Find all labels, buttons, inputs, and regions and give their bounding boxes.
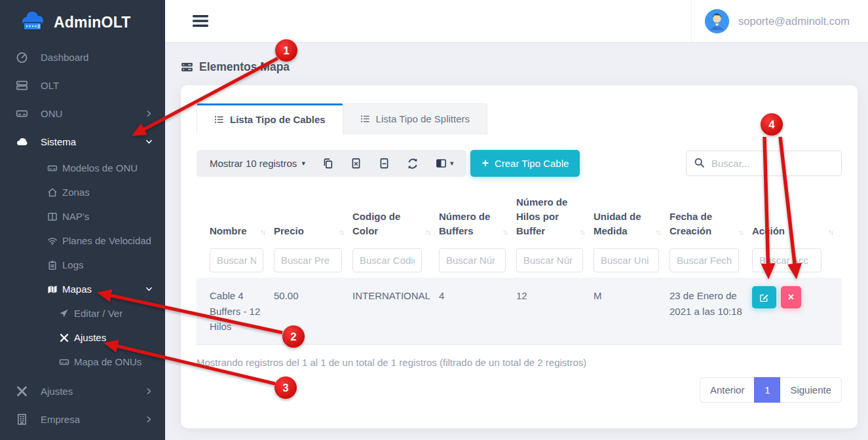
tab-label: Lista Tipo de Cables bbox=[230, 114, 326, 125]
column-header-fecha-creacion[interactable]: Fecha de Creación ↑↓ bbox=[670, 186, 752, 246]
export-excel-button[interactable] bbox=[350, 158, 362, 169]
table-toolbar: Mostrar 10 registros ▾ bbox=[197, 150, 842, 177]
column-label: Unidad de Medida bbox=[594, 210, 653, 238]
tab-label: Lista Tipo de Splitters bbox=[376, 113, 470, 124]
cell-fecha-creacion: 23 de Enero de 2021 a las 10:18 bbox=[670, 278, 752, 344]
filter-input-codigo-color[interactable] bbox=[352, 248, 422, 272]
sidebar-item-label: Modelos de ONU bbox=[62, 162, 138, 174]
sidebar-item-zonas[interactable]: Zonas bbox=[0, 180, 165, 204]
sidebar-item-logs[interactable]: Logs bbox=[0, 253, 165, 277]
brand-cloud-icon bbox=[20, 11, 47, 33]
cloud-icon bbox=[16, 136, 28, 148]
server-icon bbox=[59, 357, 69, 367]
home-icon bbox=[47, 187, 58, 198]
column-header-hilos-por-buffer[interactable]: Número de Hilos por Buffer ↑↓ bbox=[516, 186, 594, 246]
column-header-unidad-medida[interactable]: Unidad de Medida ↑↓ bbox=[594, 186, 670, 246]
column-header-nombre[interactable]: Nombre ↑↓ bbox=[197, 186, 274, 246]
sidebar-item-label: ONU bbox=[41, 108, 62, 119]
sidebar-item-dashboard[interactable]: Dashboard bbox=[0, 43, 165, 71]
pagination: Anterior 1 Siguiente bbox=[700, 377, 842, 403]
chevron-right-icon bbox=[145, 387, 153, 395]
sidebar-item-mapas[interactable]: Mapas bbox=[0, 277, 165, 301]
sidebar-item-planes-velocidad[interactable]: Planes de Velocidad bbox=[0, 229, 165, 253]
column-header-accion[interactable]: Acción ↑↓ bbox=[752, 186, 842, 246]
sidebar-item-mapas-ajustes[interactable]: Ajustes bbox=[0, 325, 165, 350]
column-label: Precio bbox=[274, 224, 304, 238]
sidebar-item-label: Empresa bbox=[41, 414, 80, 425]
list-icon bbox=[214, 115, 224, 124]
cell-unidad-medida: M bbox=[594, 278, 670, 344]
cell-hilos-por-buffer: 12 bbox=[516, 278, 594, 344]
filter-input-nombre[interactable] bbox=[210, 248, 263, 272]
column-visibility-button[interactable]: ▾ bbox=[436, 158, 454, 169]
column-header-numero-buffers[interactable]: Número de Buffers ↑↓ bbox=[439, 186, 516, 246]
delete-button[interactable]: × bbox=[781, 286, 801, 308]
server-icon bbox=[181, 61, 193, 73]
toolbar-group: Mostrar 10 registros ▾ bbox=[197, 150, 466, 177]
show-entries-select[interactable]: Mostrar 10 registros ▾ bbox=[210, 158, 305, 169]
sidebar-item-editar-ver[interactable]: Editar / Ver bbox=[0, 301, 165, 325]
filter-input-unidad-medida[interactable] bbox=[594, 248, 659, 272]
sidebar-item-sistema[interactable]: Sistema bbox=[0, 128, 165, 156]
column-header-precio[interactable]: Precio ↑↓ bbox=[274, 186, 352, 246]
records-summary: Mostrando registros del 1 al 1 de un tot… bbox=[197, 357, 842, 368]
table-row: Cable 4 Buffers - 12 Hilos 50.00 INTERNA… bbox=[197, 278, 842, 345]
sidebar-item-label: Sistema bbox=[41, 136, 76, 147]
edit-pencil-icon bbox=[759, 293, 769, 302]
search-input[interactable] bbox=[686, 151, 842, 176]
column-header-codigo-color[interactable]: Codigo de Color ↑↓ bbox=[352, 186, 439, 246]
card: Lista Tipo de Cables Lista Tipo de Split… bbox=[181, 85, 858, 428]
create-button-label: Crear Tipo Cable bbox=[495, 158, 569, 169]
app-root: AdminOLT Dashboard OLT bbox=[0, 0, 868, 440]
columns-icon bbox=[47, 211, 58, 222]
close-icon: × bbox=[788, 291, 794, 303]
brand[interactable]: AdminOLT bbox=[0, 0, 165, 42]
sidebar-toggle-button[interactable] bbox=[193, 14, 208, 28]
edit-button[interactable] bbox=[752, 286, 776, 308]
sidebar-item-label: Zonas bbox=[62, 187, 90, 198]
sidebar-item-naps[interactable]: NAP's bbox=[0, 204, 165, 229]
sidebar-item-empresa[interactable]: Empresa bbox=[0, 405, 165, 433]
export-file-button[interactable] bbox=[379, 158, 390, 169]
sidebar-item-ajustes[interactable]: Ajustes bbox=[0, 377, 165, 405]
pagination-page-1[interactable]: 1 bbox=[754, 377, 780, 403]
filter-input-accion[interactable] bbox=[752, 248, 821, 272]
filter-input-hilos-por-buffer[interactable] bbox=[516, 248, 583, 272]
sort-icon: ↑↓ bbox=[336, 227, 343, 238]
tab-lista-tipo-splitters[interactable]: Lista Tipo de Splitters bbox=[343, 103, 487, 134]
pagination-prev[interactable]: Anterior bbox=[700, 377, 755, 403]
sort-icon: ↑↓ bbox=[423, 227, 430, 238]
sidebar-item-label: Planes de Velocidad bbox=[62, 235, 151, 246]
plus-icon: + bbox=[481, 156, 489, 170]
filter-input-precio[interactable] bbox=[274, 248, 342, 272]
filter-input-numero-buffers[interactable] bbox=[439, 248, 506, 272]
column-label: Número de Buffers bbox=[439, 210, 500, 238]
sidebar-item-modelos-onu[interactable]: Modelos de ONU bbox=[0, 156, 165, 180]
show-entries-label: Mostrar 10 registros bbox=[210, 158, 297, 169]
chevron-down-icon bbox=[145, 285, 153, 293]
avatar bbox=[705, 9, 729, 33]
cell-codigo-color: INTERNATIONAL bbox=[352, 278, 439, 344]
filter-input-fecha-creacion[interactable] bbox=[670, 248, 739, 272]
column-label: Codigo de Color bbox=[352, 210, 423, 238]
tab-lista-tipo-cables[interactable]: Lista Tipo de Cables bbox=[197, 103, 343, 134]
copy-button[interactable] bbox=[322, 158, 333, 169]
pagination-row: Anterior 1 Siguiente bbox=[197, 377, 842, 403]
sidebar-item-mapa-de-onus[interactable]: Mapa de ONUs bbox=[0, 350, 165, 374]
main-content: Elementos Mapa Lista Tipo de Cables bbox=[165, 42, 868, 440]
pagination-next[interactable]: Siguiente bbox=[780, 377, 842, 403]
server-icon bbox=[47, 163, 58, 174]
tab-bar: Lista Tipo de Cables Lista Tipo de Split… bbox=[197, 103, 842, 134]
refresh-button[interactable] bbox=[407, 158, 419, 170]
user-menu[interactable]: soporte@adminolt.com bbox=[691, 0, 868, 42]
sidebar-item-onu[interactable]: ONU bbox=[0, 100, 165, 128]
column-label: Número de Hilos por Buffer bbox=[516, 195, 577, 238]
menu-icon bbox=[193, 14, 208, 28]
create-tipo-cable-button[interactable]: + Crear Tipo Cable bbox=[470, 150, 580, 177]
sidebar-item-olt[interactable]: OLT bbox=[0, 71, 165, 100]
server-icon bbox=[16, 107, 28, 120]
column-label: Acción bbox=[752, 224, 785, 238]
sidebar-item-label: OLT bbox=[41, 80, 59, 91]
caret-down-icon: ▾ bbox=[301, 159, 305, 168]
sort-icon: ↑↓ bbox=[257, 227, 265, 238]
